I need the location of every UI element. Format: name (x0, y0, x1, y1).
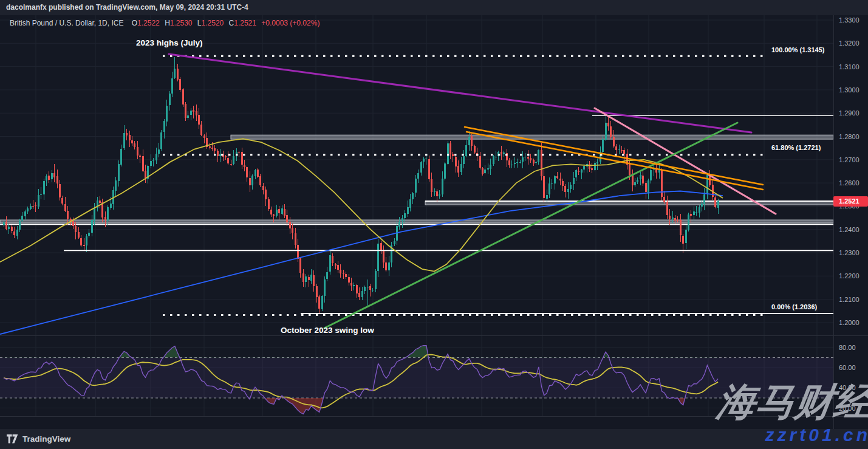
rsi-axis-label: 60.00 (839, 363, 856, 372)
price-axis-label: 1.2600 (839, 179, 859, 187)
price-axis-label: 1.3000 (839, 86, 859, 94)
price-axis-label: 1.2300 (839, 248, 859, 257)
price-axis-label: 1.3200 (839, 39, 859, 47)
high-value: 1.2530 (170, 19, 193, 27)
publish-text: dacolmanfx published on TradingView.com,… (6, 3, 248, 12)
low-value: 1.2520 (202, 19, 224, 27)
annotation-october-low: October 2023 swing low (281, 326, 374, 335)
price-axis-label: 1.3300 (839, 16, 859, 24)
symbol-legend[interactable]: British Pound / U.S. Dollar, 1D, ICE O1.… (10, 19, 320, 27)
low-label: L (197, 19, 202, 27)
fib-label-0: 0.00% (1.2036) (771, 303, 817, 310)
price-axis-label: 1.2200 (839, 272, 859, 280)
price-axis-border (833, 15, 834, 429)
fib-label-100: 100.00% (1.3145) (771, 46, 824, 53)
ascending-green-from-october-low (324, 123, 737, 328)
fib-label-618: 61.80% (1.2721) (771, 144, 821, 151)
close-label: C (229, 19, 234, 27)
orange-channel-lower (466, 132, 763, 190)
tradingview-brand-text[interactable]: TradingView (22, 434, 70, 444)
price-axis-label: 1.3100 (839, 63, 859, 71)
tradingview-chart-window: dacolmanfx published on TradingView.com,… (0, 0, 868, 449)
rsi-band-fill (0, 358, 833, 398)
close-value: 1.2521 (234, 19, 256, 27)
pane-separator[interactable] (0, 335, 868, 336)
watermark-url: zzrt01.cn (765, 426, 868, 444)
high-label: H (165, 19, 170, 27)
price-axis-label: 1.2400 (839, 225, 859, 234)
change-value: +0.0003 (+0.02%) (261, 19, 320, 27)
tradingview-logo-icon[interactable] (7, 434, 18, 444)
price-axis-label: 1.2700 (839, 156, 859, 164)
price-axis-label: 1.2000 (839, 318, 859, 327)
open-value: 1.2522 (137, 19, 160, 27)
annotation-2023-highs: 2023 highs (July) (136, 38, 203, 47)
descending-purple-from-july-high (169, 54, 751, 132)
price-axis-label: 1.2800 (839, 132, 859, 141)
watermark-cjk: 海马财经 (715, 383, 868, 421)
symbol-title: British Pound / U.S. Dollar, 1D, ICE (10, 19, 123, 27)
price-axis-label: 1.2900 (839, 109, 859, 117)
publish-header: dacolmanfx published on TradingView.com,… (0, 0, 868, 15)
zone-1p2430 (0, 220, 833, 223)
price-axis-label: 1.2100 (839, 295, 859, 304)
zone-1p2800 (231, 135, 833, 139)
rsi-axis-label: 80.00 (839, 343, 856, 352)
footer-bar: TradingView (0, 429, 868, 449)
open-label: O (132, 19, 137, 27)
last-price-tag: 1.2521 (833, 196, 868, 207)
